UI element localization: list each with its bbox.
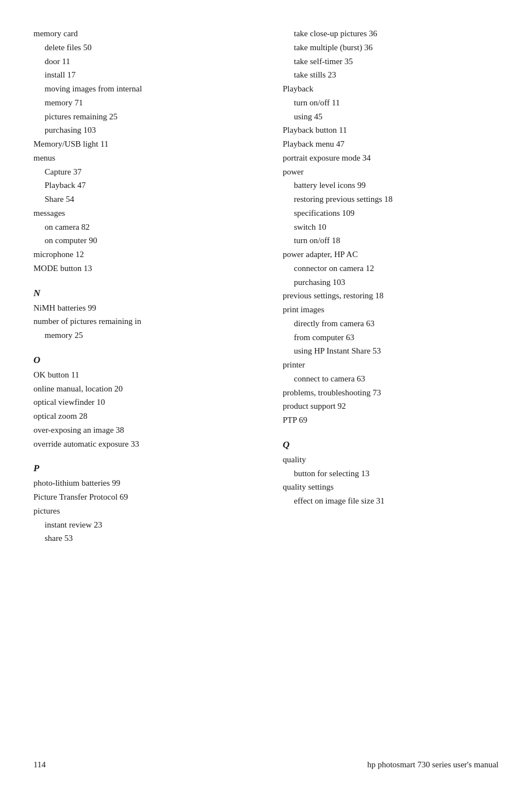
entry-sub: Capture 37 — [33, 165, 249, 179]
entry-main: portrait exposure mode 34 — [283, 151, 499, 165]
entry-main: override automatic exposure 33 — [33, 437, 249, 451]
entry-main: product support 92 — [283, 399, 499, 413]
entry-sub: take stills 23 — [283, 68, 499, 82]
entry-sub: take self-timer 35 — [283, 55, 499, 69]
entry-sub: using 45 — [283, 110, 499, 124]
entry-main: quality settings — [283, 480, 499, 494]
entry-main: over-exposing an image 38 — [33, 423, 249, 437]
entry-sub: Share 54 — [33, 192, 249, 206]
entry-main: power — [283, 165, 499, 179]
entry-main: NiMH batteries 99 — [33, 301, 249, 315]
book-title: hp photosmart 730 series user's manual — [367, 760, 499, 770]
entry-main: OK button 11 — [33, 368, 249, 382]
entry-sub: moving images from internal — [33, 82, 249, 96]
entry-main: printer — [283, 358, 499, 372]
entry-main: number of pictures remaining in — [33, 315, 249, 328]
columns: memory carddelete files 50door 11install… — [33, 27, 499, 747]
entry-main: Memory/USB light 11 — [33, 137, 249, 151]
left-column: memory carddelete files 50door 11install… — [33, 27, 266, 747]
entry-main: power adapter, HP AC — [283, 248, 499, 262]
entry-sub: turn on/off 11 — [283, 96, 499, 110]
entry-main: print images — [283, 303, 499, 317]
entry-main: optical viewfinder 10 — [33, 395, 249, 409]
entry-sub: purchasing 103 — [283, 275, 499, 289]
entry-sub: connect to camera 63 — [283, 372, 499, 386]
entry-sub: directly from camera 63 — [283, 317, 499, 331]
entry-main: messages — [33, 206, 249, 220]
entry-main: PTP 69 — [283, 413, 499, 427]
section-letter: P — [33, 463, 249, 474]
entry-sub: memory 71 — [33, 96, 249, 110]
footer: 114 hp photosmart 730 series user's manu… — [33, 747, 499, 770]
entry-sub: battery level icons 99 — [283, 178, 499, 192]
entry-sub: restoring previous settings 18 — [283, 192, 499, 206]
entry-main: quality — [283, 453, 499, 467]
entry-main: photo-lithium batteries 99 — [33, 476, 249, 490]
entry-sub: memory 25 — [33, 328, 249, 342]
entry-sub: connector on camera 12 — [283, 262, 499, 275]
entry-main: MODE button 13 — [33, 262, 249, 275]
entry-sub: specifications 109 — [283, 206, 499, 220]
entry-sub: pictures remaining 25 — [33, 110, 249, 124]
entry-main: pictures — [33, 504, 249, 518]
entry-main: previous settings, restoring 18 — [283, 289, 499, 303]
entry-sub: take multiple (burst) 36 — [283, 41, 499, 55]
entry-main: Picture Transfer Protocol 69 — [33, 490, 249, 504]
entry-sub: from computer 63 — [283, 331, 499, 345]
entry-main: Playback — [283, 82, 499, 96]
section-letter: O — [33, 355, 249, 366]
entry-sub: take close-up pictures 36 — [283, 27, 499, 41]
entry-sub: Playback 47 — [33, 178, 249, 192]
section-letter: N — [33, 288, 249, 299]
entry-main: Playback menu 47 — [283, 137, 499, 151]
entry-sub: instant review 23 — [33, 518, 249, 532]
entry-sub: using HP Instant Share 53 — [283, 344, 499, 358]
entry-main: online manual, location 20 — [33, 382, 249, 396]
entry-sub: door 11 — [33, 55, 249, 69]
entry-sub: install 17 — [33, 68, 249, 82]
entry-sub: delete files 50 — [33, 41, 249, 55]
entry-sub: purchasing 103 — [33, 123, 249, 137]
page-number: 114 — [33, 760, 46, 770]
entry-main: problems, troubleshooting 73 — [283, 386, 499, 400]
page: memory carddelete files 50door 11install… — [0, 0, 532, 803]
entry-sub: button for selecting 13 — [283, 467, 499, 481]
entry-main: memory card — [33, 27, 249, 41]
entry-main: menus — [33, 151, 249, 165]
section-letter: Q — [283, 439, 499, 451]
entry-main: Playback button 11 — [283, 123, 499, 137]
entry-sub: turn on/off 18 — [283, 234, 499, 248]
entry-main: optical zoom 28 — [33, 409, 249, 423]
entry-sub: effect on image file size 31 — [283, 494, 499, 508]
entry-sub: on camera 82 — [33, 220, 249, 234]
entry-sub: share 53 — [33, 531, 249, 545]
entry-main: microphone 12 — [33, 248, 249, 262]
entry-sub: switch 10 — [283, 220, 499, 234]
entry-sub: on computer 90 — [33, 234, 249, 248]
right-column: take close-up pictures 36take multiple (… — [266, 27, 499, 747]
